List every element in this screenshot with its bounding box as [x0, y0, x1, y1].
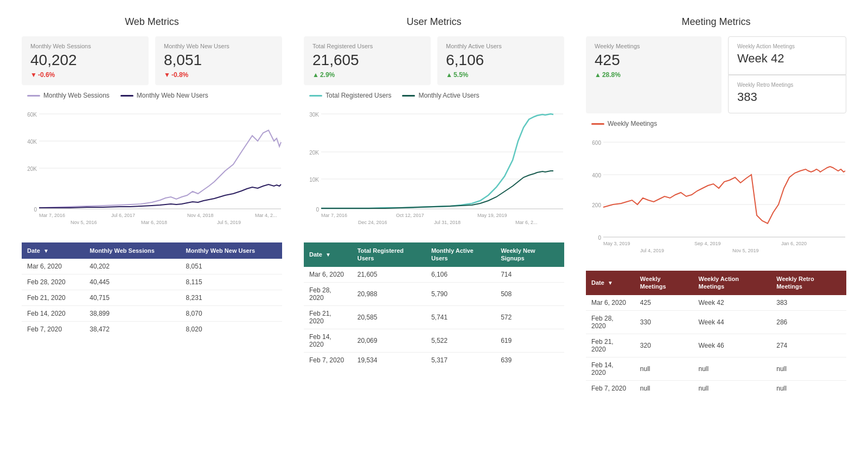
table-row: Mar 6, 2020425Week 42383: [586, 295, 846, 311]
meeting-date-sort-icon: ▼: [608, 280, 613, 286]
user-table: Date ▼ Total Registered Users Monthly Ac…: [304, 242, 564, 368]
svg-text:20K: 20K: [27, 166, 37, 172]
svg-text:May 3, 2019: May 3, 2019: [603, 241, 630, 246]
svg-text:Jul 31, 2018: Jul 31, 2018: [434, 220, 461, 225]
svg-text:Nov 4, 2018: Nov 4, 2018: [187, 213, 214, 218]
table-row: Feb 7, 2020nullnullnull: [586, 380, 846, 396]
meeting-legend: Weekly Meetings: [591, 120, 846, 127]
user-col-total: Total Registered Users: [352, 242, 426, 267]
date-sort-icon: ▼: [43, 248, 49, 254]
web-newusers-change: ▼-0.8%: [164, 71, 273, 79]
user-metrics-title: User Metrics: [304, 16, 564, 28]
svg-text:Mar 4, 2...: Mar 4, 2...: [255, 213, 277, 218]
svg-text:Mar 6, 2...: Mar 6, 2...: [515, 220, 538, 225]
weekly-meetings-legend-line: [591, 123, 604, 125]
svg-text:Oct 12, 2017: Oct 12, 2017: [396, 213, 424, 218]
active-users-change: ▲5.5%: [446, 71, 556, 79]
active-users-value: 6,106: [446, 52, 556, 69]
user-date-sort-icon: ▼: [326, 252, 331, 258]
svg-text:Jan 6, 2020: Jan 6, 2020: [781, 241, 807, 246]
meeting-col-retro: Weekly Retro Meetings: [771, 271, 846, 295]
svg-text:Nov 5, 2016: Nov 5, 2016: [71, 220, 97, 225]
meeting-table: Date ▼ Weekly Meetings Weekly Action Mee…: [586, 271, 846, 396]
svg-text:Jul 5, 2019: Jul 5, 2019: [217, 220, 241, 225]
meeting-chart: 600 400 200 0 May 3, 2019 Sep 4, 2019 Ja…: [586, 134, 846, 264]
web-sessions-legend-label: Monthly Web Sessions: [43, 92, 110, 99]
meeting-col-action: Weekly Action Meetings: [693, 271, 771, 295]
table-row: Feb 21, 202020,5855,741572: [304, 305, 564, 329]
total-users-legend-label: Total Registered Users: [326, 92, 391, 99]
svg-text:0: 0: [316, 207, 319, 213]
action-meetings-label: Weekly Action Meetings: [737, 43, 837, 49]
user-legend-total: Total Registered Users: [309, 92, 391, 99]
web-sessions-card: Monthly Web Sessions 40,202 ▼-0.6%: [22, 36, 149, 85]
svg-text:20K: 20K: [309, 150, 319, 156]
total-users-legend-line: [309, 95, 322, 97]
meeting-legend-weekly: Weekly Meetings: [591, 120, 657, 127]
table-row: Feb 21, 2020320Week 46274: [586, 334, 846, 357]
meeting-metrics-title: Meeting Metrics: [586, 16, 846, 28]
weekly-meetings-change: ▲28.8%: [595, 71, 713, 79]
web-newusers-legend-label: Monthly Web New Users: [137, 92, 208, 99]
table-row: Feb 21, 202040,7158,231: [22, 290, 282, 306]
svg-text:Mar 7, 2016: Mar 7, 2016: [39, 213, 65, 218]
web-newusers-legend-line: [120, 95, 133, 97]
svg-text:Jul 6, 2017: Jul 6, 2017: [111, 213, 135, 218]
retro-meetings-label: Weekly Retro Meetings: [737, 82, 837, 88]
web-table: Date ▼ Monthly Web Sessions Monthly Web …: [22, 242, 282, 337]
web-metrics-title: Web Metrics: [22, 16, 282, 28]
web-chart: 60K 40K 20K 0 Mar 7, 2016 Jul 6, 2017 No…: [22, 106, 282, 236]
user-legend: Total Registered Users Monthly Active Us…: [309, 92, 564, 99]
weekly-meetings-card: Weekly Meetings 425 ▲28.8%: [586, 36, 722, 113]
user-chart: 30K 20K 10K 0 Mar 7, 2016 Oct 12, 2017 M…: [304, 106, 564, 236]
retro-meetings-value: 383: [737, 90, 837, 104]
user-col-date[interactable]: Date ▼: [304, 242, 352, 267]
weekly-meetings-label: Weekly Meetings: [595, 43, 713, 49]
web-kpi-row: Monthly Web Sessions 40,202 ▼-0.6% Month…: [22, 36, 282, 85]
meeting-col-date[interactable]: Date ▼: [586, 271, 635, 295]
total-users-arrow: ▲: [312, 71, 319, 79]
web-legend-sessions: Monthly Web Sessions: [27, 92, 110, 99]
svg-text:0: 0: [34, 207, 37, 213]
web-newusers-label: Monthly Web New Users: [164, 43, 273, 49]
active-users-card: Monthly Active Users 6,106 ▲5.5%: [437, 36, 564, 85]
user-col-active: Monthly Active Users: [426, 242, 495, 267]
active-users-legend-label: Monthly Active Users: [418, 92, 479, 99]
svg-text:Jul 4, 2019: Jul 4, 2019: [640, 248, 664, 253]
user-legend-active: Monthly Active Users: [402, 92, 479, 99]
svg-text:60K: 60K: [27, 112, 37, 118]
active-users-legend-line: [402, 95, 415, 97]
svg-text:400: 400: [592, 173, 601, 178]
web-col-sessions: Monthly Web Sessions: [84, 242, 180, 259]
svg-text:Mar 6, 2018: Mar 6, 2018: [141, 220, 167, 225]
svg-text:Dec 24, 2016: Dec 24, 2016: [358, 220, 387, 225]
svg-text:Sep 4, 2019: Sep 4, 2019: [694, 241, 721, 246]
table-row: Feb 14, 2020nullnullnull: [586, 357, 846, 380]
action-meetings-value: Week 42: [737, 52, 837, 66]
table-row: Feb 28, 2020330Week 44286: [586, 310, 846, 334]
web-legend: Monthly Web Sessions Monthly Web New Use…: [27, 92, 282, 99]
svg-text:200: 200: [592, 202, 601, 208]
svg-text:10K: 10K: [309, 177, 319, 183]
action-meetings-card: Weekly Action Meetings Week 42: [728, 36, 846, 75]
svg-text:30K: 30K: [309, 112, 319, 118]
web-sessions-label: Monthly Web Sessions: [30, 43, 140, 49]
web-sessions-arrow: ▼: [30, 71, 37, 79]
svg-text:600: 600: [592, 140, 601, 146]
user-metrics-section: User Metrics Total Registered Users 21,6…: [293, 11, 575, 449]
active-users-arrow: ▲: [446, 71, 452, 79]
total-users-value: 21,605: [312, 52, 422, 69]
web-col-date[interactable]: Date ▼: [22, 242, 84, 259]
total-users-label: Total Registered Users: [312, 43, 422, 49]
table-row: Mar 6, 202040,2028,051: [22, 259, 282, 274]
meeting-col-weekly: Weekly Meetings: [635, 271, 693, 295]
table-row: Feb 7, 202038,4728,020: [22, 322, 282, 337]
weekly-meetings-value: 425: [595, 52, 713, 69]
web-sessions-value: 40,202: [30, 52, 140, 69]
user-col-signups: Weekly New Signups: [495, 242, 564, 267]
web-sessions-legend-line: [27, 95, 40, 97]
web-newusers-arrow: ▼: [164, 71, 170, 79]
total-users-change: ▲2.9%: [312, 71, 422, 79]
user-chart-svg: 30K 20K 10K 0 Mar 7, 2016 Oct 12, 2017 M…: [304, 106, 564, 236]
total-users-card: Total Registered Users 21,605 ▲2.9%: [304, 36, 431, 85]
